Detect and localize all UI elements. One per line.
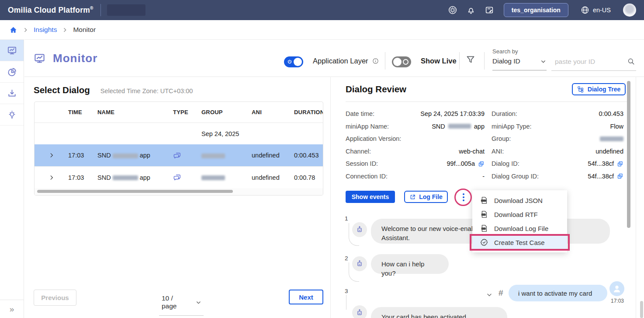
power-icon: [287, 59, 293, 65]
page-title: Monitor: [34, 52, 97, 65]
breadcrumb-separator: [23, 27, 28, 33]
search-by-select[interactable]: Dialog ID: [492, 57, 547, 70]
sidebar-collapse-toggle[interactable]: »: [0, 300, 24, 318]
panel-scrollbar-thumb[interactable]: [627, 81, 630, 228]
table-row[interactable]: 17:03 SNDapp undefined 0:00.453: [35, 144, 323, 166]
cell-name: SNDapp: [97, 152, 173, 159]
show-live-label: Show Live: [421, 57, 457, 65]
expand-row-icon[interactable]: [35, 175, 68, 181]
message-connector: [346, 295, 346, 310]
bot-avatar: [352, 256, 367, 271]
chat-type-icon: [173, 151, 181, 160]
tree-icon: [577, 86, 584, 93]
redacted-text: [201, 175, 225, 180]
cell-type: [173, 151, 201, 160]
copy-icon[interactable]: [617, 173, 623, 179]
robot-icon: [355, 308, 364, 317]
menu-item-download-json[interactable]: JSON Download JSON: [472, 193, 567, 207]
cell-group: [201, 174, 252, 181]
home-icon[interactable]: [9, 26, 17, 34]
bot-message-bubble: How can i help you?: [371, 254, 449, 274]
more-actions-kebab-button[interactable]: [460, 192, 467, 203]
pie-chart-icon: [7, 67, 17, 77]
download-icon: [7, 88, 17, 98]
select-dialog-panel: Select Dialog Selected Time Zone: UTC+03…: [24, 77, 330, 318]
user-message-bubble: i want to activate my card: [509, 285, 607, 301]
table-row[interactable]: 17:03 SNDapp undefined 0:00.78: [35, 166, 323, 188]
info-icon[interactable]: [372, 58, 379, 64]
dialog-tree-button[interactable]: Dialog Tree: [572, 83, 626, 95]
menu-item-create-test-case[interactable]: Create Test Case: [472, 235, 567, 249]
detail-value: 54f...38cf: [588, 160, 614, 167]
col-group: GROUP: [201, 109, 252, 115]
user-avatar[interactable]: [623, 3, 636, 17]
organisation-button[interactable]: tes_organisation: [504, 3, 568, 17]
message-index: 3: [345, 288, 348, 294]
language-selector[interactable]: en-US: [581, 6, 611, 14]
bot-avatar: [352, 222, 367, 237]
search-by-label: Search by: [492, 48, 518, 55]
svg-text:JSON: JSON: [481, 200, 486, 202]
col-type: TYPE: [173, 109, 201, 115]
col-time: TIME: [68, 109, 97, 115]
previous-page-button[interactable]: Previous: [34, 290, 76, 306]
expand-row-icon[interactable]: [35, 152, 68, 158]
dialog-table: TIME NAME TYPE GROUP ANI DURATION Sep 24…: [34, 101, 323, 196]
page-size-select[interactable]: 10 / page: [159, 294, 204, 316]
monitor-chart-icon: [7, 45, 17, 56]
sidebar-item-exports[interactable]: [0, 83, 24, 104]
json-file-icon: JSON: [480, 196, 488, 205]
cell-type: [173, 173, 201, 182]
menu-item-download-log-file[interactable]: LOG Download Log File: [472, 221, 567, 235]
col-name: NAME: [97, 109, 173, 115]
breadcrumb-separator: [62, 27, 68, 33]
topbar-divider: [100, 4, 101, 16]
col-ani: ANI: [252, 109, 294, 115]
breadcrumb-insights[interactable]: Insights: [34, 26, 57, 34]
bell-icon[interactable]: [466, 5, 476, 15]
message-index: 1: [345, 215, 348, 222]
dialog-review-title: Dialog Review: [346, 84, 406, 94]
application-layer-toggle[interactable]: [284, 56, 303, 67]
collapse-message-icon[interactable]: [486, 291, 493, 298]
log-file-button[interactable]: Log File: [404, 191, 448, 203]
horizontal-scrollbar-thumb[interactable]: [37, 190, 233, 193]
details-right-column: Duration:0:00.453 miniApp Type:Flow Grou…: [492, 108, 623, 182]
menu-item-download-rtf[interactable]: RTF Download RTF: [472, 207, 567, 221]
top-navigation-bar: Omilia Cloud Platform® tes_organisation …: [0, 0, 644, 20]
robot-icon: [355, 259, 364, 268]
cell-time: 17:03: [68, 152, 97, 159]
svg-text:LOG: LOG: [481, 227, 485, 230]
double-chevron-right-icon: »: [10, 304, 14, 314]
sidebar-item-monitor[interactable]: [0, 40, 24, 61]
show-live-toggle[interactable]: [392, 56, 411, 67]
search-input[interactable]: [555, 58, 620, 66]
cell-time: 17:03: [68, 174, 97, 181]
copy-icon[interactable]: [617, 161, 623, 167]
redacted-text: [113, 175, 138, 180]
redacted-text: [113, 154, 138, 158]
page-scrollbar-thumb[interactable]: [640, 301, 643, 318]
cell-ani: undefined: [252, 152, 294, 159]
filter-funnel-icon: [465, 54, 476, 66]
col-duration: DURATION: [294, 109, 323, 115]
cell-group: [201, 152, 252, 159]
redacted-text: [600, 136, 623, 141]
select-dialog-title: Select Dialog: [34, 85, 90, 95]
cell-duration: 0:00.78: [294, 174, 323, 181]
chevron-down-icon: [195, 299, 202, 306]
detail-value: 99f...005a: [447, 160, 475, 167]
aperture-settings-icon[interactable]: [448, 5, 457, 15]
release-notes-icon[interactable]: [485, 5, 494, 15]
test-case-badge-icon: [480, 238, 488, 247]
rtf-file-icon: RTF: [480, 210, 488, 219]
copy-icon[interactable]: [478, 161, 485, 167]
hash-icon[interactable]: #: [499, 288, 503, 298]
show-events-button[interactable]: Show events: [346, 191, 395, 203]
sidebar-item-reports[interactable]: [0, 61, 24, 83]
cell-ani: undefined: [252, 174, 294, 181]
detail-value: 54f...38cf: [588, 173, 614, 180]
next-page-button[interactable]: Next: [289, 290, 323, 304]
search-icon[interactable]: [627, 57, 635, 66]
sidebar-item-insights-ideas[interactable]: [0, 104, 24, 126]
